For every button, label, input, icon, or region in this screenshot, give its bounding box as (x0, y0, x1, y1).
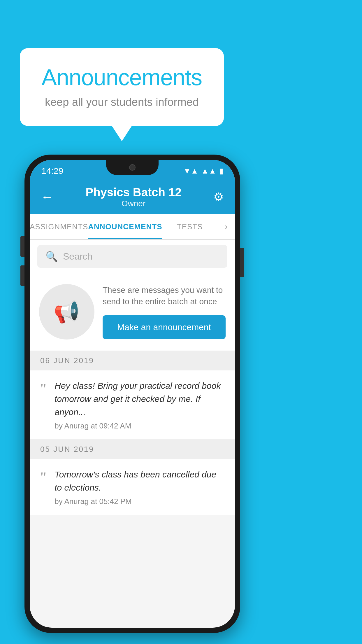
megaphone-circle: 📢 (39, 284, 94, 340)
battery-icon: ▮ (219, 167, 223, 176)
promo-description: These are messages you want to send to t… (103, 284, 226, 307)
status-time: 14:29 (41, 166, 63, 176)
phone-mockup: 14:29 ▼▲ ▲▲ ▮ ← Physics Batch 12 Owner ⚙ (24, 155, 240, 633)
app-header: ← Physics Batch 12 Owner ⚙ (30, 180, 235, 214)
phone-outer: 14:29 ▼▲ ▲▲ ▮ ← Physics Batch 12 Owner ⚙ (24, 155, 240, 633)
speech-bubble: Announcements keep all your students inf… (20, 48, 224, 126)
status-icons: ▼▲ ▲▲ ▮ (183, 167, 223, 176)
promo-right: These are messages you want to send to t… (103, 284, 226, 339)
search-input[interactable]: Search (63, 251, 92, 262)
speech-bubble-subtitle: keep all your students informed (37, 96, 206, 108)
promo-card: 📢 These are messages you want to send to… (30, 273, 235, 351)
quote-icon-1: " (40, 382, 46, 397)
power-button (240, 248, 244, 277)
announcement-meta-1: by Anurag at 09:42 AM (55, 421, 224, 430)
tab-tests[interactable]: TESTS (162, 214, 217, 239)
header-title: Physics Batch 12 (85, 186, 181, 199)
announcement-meta-2: by Anurag at 05:42 PM (55, 497, 224, 506)
settings-icon[interactable]: ⚙ (213, 190, 224, 204)
megaphone-icon: 📢 (54, 300, 80, 324)
back-button[interactable]: ← (41, 190, 54, 204)
header-center: Physics Batch 12 Owner (85, 186, 181, 208)
phone-screen: 14:29 ▼▲ ▲▲ ▮ ← Physics Batch 12 Owner ⚙ (30, 160, 235, 628)
search-bar[interactable]: 🔍 Search (37, 245, 227, 268)
search-container: 🔍 Search (30, 240, 235, 273)
speech-bubble-container: Announcements keep all your students inf… (20, 48, 224, 126)
announcement-text-1: Hey class! Bring your practical record b… (55, 379, 224, 419)
phone-notch (106, 160, 159, 175)
tab-more[interactable]: › (217, 214, 235, 239)
make-announcement-button[interactable]: Make an announcement (103, 315, 226, 339)
tab-announcements[interactable]: ANNOUNCEMENTS (88, 214, 162, 239)
header-subtitle: Owner (85, 199, 181, 208)
signal-icon: ▲▲ (201, 167, 216, 176)
search-icon: 🔍 (45, 251, 58, 262)
announcement-item-2[interactable]: " Tomorrow's class has been cancelled du… (30, 459, 235, 515)
quote-icon-2: " (40, 470, 46, 485)
tabs-bar: ASSIGNMENTS ANNOUNCEMENTS TESTS › (30, 214, 235, 240)
wifi-icon: ▼▲ (183, 167, 198, 176)
announcement-content-2: Tomorrow's class has been cancelled due … (55, 468, 224, 506)
announcement-text-2: Tomorrow's class has been cancelled due … (55, 468, 224, 494)
tab-assignments[interactable]: ASSIGNMENTS (30, 214, 88, 239)
volume-down-button (20, 265, 24, 286)
date-separator-2: 05 JUN 2019 (30, 440, 235, 459)
speech-bubble-title: Announcements (37, 64, 206, 91)
announcement-item-1[interactable]: " Hey class! Bring your practical record… (30, 370, 235, 440)
date-separator-1: 06 JUN 2019 (30, 351, 235, 370)
camera (129, 164, 136, 171)
announcement-content-1: Hey class! Bring your practical record b… (55, 379, 224, 430)
volume-up-button (20, 236, 24, 257)
